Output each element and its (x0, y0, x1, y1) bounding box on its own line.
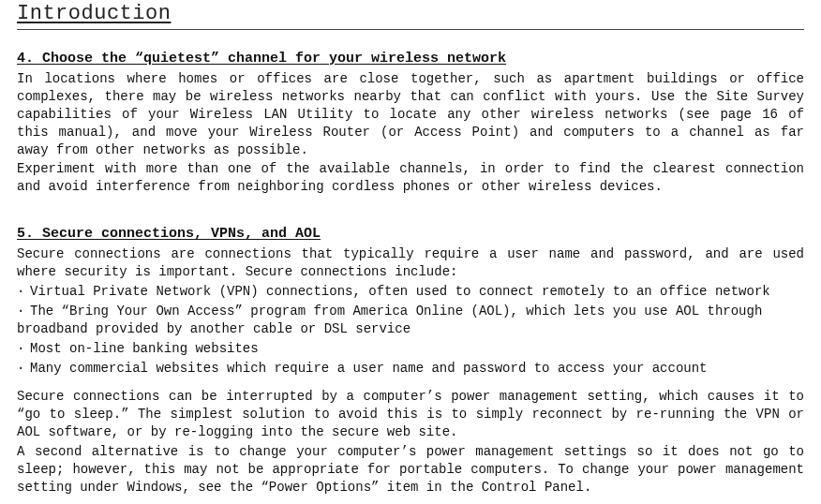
bullet-text: The “Bring Your Own Access” program from… (17, 304, 762, 336)
section-5-heading: 5. Secure connections, VPNs, and AOL (17, 226, 804, 242)
section-4-heading: 4. Choose the “quietest” channel for you… (17, 51, 804, 67)
chapter-title: Introduction (17, 0, 804, 30)
bullet-icon: · (17, 283, 30, 301)
list-item: ·Most on-line banking websites (17, 340, 804, 358)
section-5-paragraph-b: A second alternative is to change your c… (17, 443, 804, 497)
bullet-text: Most on-line banking websites (30, 341, 259, 356)
section-4-paragraph-1: In locations where homes or offices are … (17, 70, 804, 158)
bullet-text: Virtual Private Network (VPN) connection… (30, 284, 770, 299)
list-item: ·Many commercial websites which require … (17, 360, 804, 378)
bullet-icon: · (17, 360, 30, 378)
section-5-intro: Secure connections are connections that … (17, 245, 804, 281)
list-item: ·The “Bring Your Own Access” program fro… (17, 303, 804, 338)
bullet-icon: · (17, 340, 30, 358)
bullet-icon: · (17, 303, 30, 320)
document-page: Introduction 4. Choose the “quietest” ch… (0, 0, 821, 504)
section-4-paragraph-2: Experiment with more than one of the ava… (17, 160, 804, 196)
bullet-text: Many commercial websites which require a… (30, 361, 708, 376)
section-5-paragraph-a: Secure connections can be interrupted by… (17, 388, 804, 441)
list-item: ·Virtual Private Network (VPN) connectio… (17, 283, 804, 301)
